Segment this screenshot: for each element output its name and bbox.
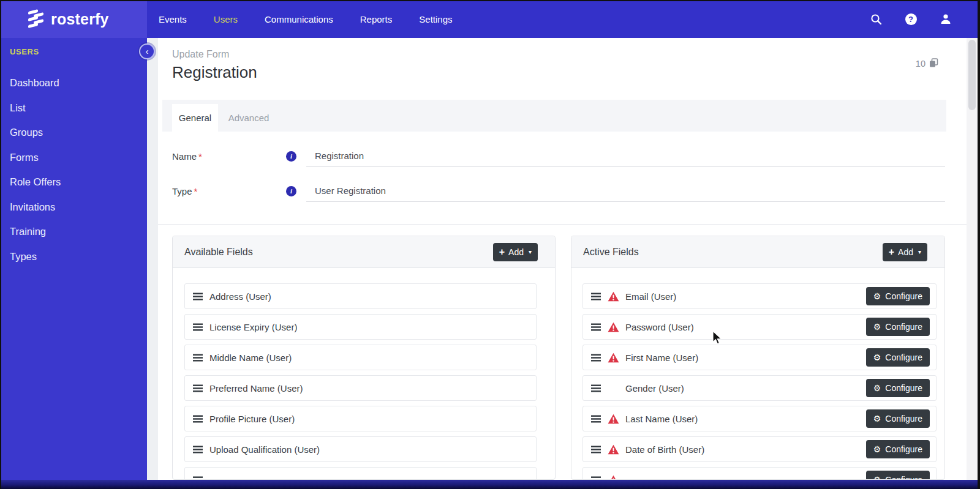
field-item-label: License Expiry (User) bbox=[209, 322, 297, 332]
drag-handle-icon[interactable] bbox=[193, 415, 203, 423]
active-field-item[interactable]: First Name (User) ⚙ Configure bbox=[582, 345, 937, 370]
sidebar: USERS Dashboard List Groups Forms Role O… bbox=[0, 38, 147, 480]
available-field-item[interactable]: License Expiry (User) bbox=[184, 314, 537, 340]
available-field-item[interactable]: Upload Qualification (User) bbox=[184, 436, 537, 462]
warning-icon bbox=[608, 353, 619, 363]
active-field-item[interactable]: Email (User) ⚙ Configure bbox=[582, 283, 937, 309]
bottom-window-bar bbox=[0, 480, 980, 489]
main-content: Update Form Registration 10 General Adva… bbox=[158, 38, 967, 480]
brand-logo[interactable]: rosterfy bbox=[0, 0, 147, 38]
active-field-item[interactable]: ⚙ Configure bbox=[582, 467, 937, 480]
drag-handle-icon[interactable] bbox=[591, 384, 601, 392]
drag-handle-icon[interactable] bbox=[193, 354, 203, 362]
form-section: Name* i Registration Type* i User Regist… bbox=[158, 132, 967, 225]
active-fields-panel: Active Fields + Add ▾ bbox=[571, 236, 945, 480]
sidebar-item[interactable]: List bbox=[0, 95, 147, 121]
available-field-item[interactable]: Profile Picture (User) bbox=[184, 406, 537, 431]
configure-button[interactable]: ⚙ Configure bbox=[866, 471, 930, 480]
available-field-item[interactable]: Middle Name (User) bbox=[184, 345, 537, 370]
field-item-label: Gender (User) bbox=[625, 383, 684, 394]
gear-icon: ⚙ bbox=[873, 476, 881, 480]
active-field-item[interactable]: Last Name (User) ⚙ Configure bbox=[582, 406, 937, 431]
field-item-label: Preferred Name (User) bbox=[209, 383, 303, 394]
active-field-item[interactable]: Date of Birth (User) ⚙ Configure bbox=[582, 436, 937, 462]
drag-handle-icon[interactable] bbox=[591, 415, 601, 423]
sidebar-item[interactable]: Dashboard bbox=[0, 70, 147, 95]
info-icon[interactable]: i bbox=[286, 186, 296, 196]
drag-handle-icon[interactable] bbox=[591, 323, 601, 331]
gear-icon: ⚙ bbox=[873, 353, 881, 362]
field-item-label: Date of Birth (User) bbox=[625, 444, 704, 455]
drag-handle-icon[interactable] bbox=[193, 323, 203, 331]
available-field-item[interactable]: Preferred Name (User) bbox=[184, 375, 537, 401]
nav-item[interactable]: Communications bbox=[265, 14, 333, 24]
configure-button[interactable]: ⚙ Configure bbox=[866, 440, 930, 458]
active-field-item[interactable]: Password (User) ⚙ Configure bbox=[582, 314, 937, 340]
drag-handle-icon[interactable] bbox=[193, 384, 203, 392]
configure-button[interactable]: ⚙ Configure bbox=[866, 409, 930, 428]
warning-icon bbox=[608, 444, 619, 455]
page-header: Update Form Registration 10 bbox=[158, 38, 967, 100]
caret-down-icon: ▾ bbox=[918, 248, 921, 255]
active-field-item[interactable]: Gender (User) ⚙ Configure bbox=[582, 375, 937, 401]
warning-icon bbox=[608, 322, 619, 332]
nav-item[interactable]: Reports bbox=[360, 14, 393, 24]
configure-button[interactable]: ⚙ Configure bbox=[866, 287, 930, 305]
top-bar: rosterfy Events Users Communications Rep… bbox=[0, 0, 980, 38]
drag-handle-icon[interactable] bbox=[193, 293, 203, 300]
user-icon[interactable] bbox=[940, 13, 952, 25]
nav-item[interactable]: Events bbox=[159, 14, 187, 24]
text-input[interactable]: User Registration bbox=[306, 180, 945, 202]
configure-button[interactable]: ⚙ Configure bbox=[866, 348, 930, 367]
app-window: rosterfy Events Users Communications Rep… bbox=[0, 0, 980, 489]
panel-title: Active Fields bbox=[583, 247, 639, 258]
top-bar-icons: ? bbox=[870, 0, 980, 38]
search-icon[interactable] bbox=[870, 13, 882, 25]
gear-icon: ⚙ bbox=[873, 323, 881, 331]
help-icon[interactable]: ? bbox=[905, 13, 917, 25]
configure-button[interactable]: ⚙ Configure bbox=[866, 318, 930, 336]
available-fields-panel: Available Fields + Add ▾ Addre bbox=[172, 236, 556, 480]
drag-handle-icon[interactable] bbox=[193, 446, 203, 454]
field-item-label: Email (User) bbox=[625, 291, 676, 302]
sidebar-item[interactable]: Invitations bbox=[0, 195, 147, 220]
drag-handle-icon[interactable] bbox=[591, 293, 601, 300]
tab-strip: General Advanced bbox=[162, 100, 946, 132]
nav-item[interactable]: Users bbox=[214, 14, 238, 24]
top-nav: Events Users Communications Reports Sett… bbox=[147, 0, 452, 38]
nav-item[interactable]: Settings bbox=[419, 14, 452, 24]
rosterfy-logo-icon bbox=[28, 9, 44, 29]
tab[interactable]: Advanced bbox=[227, 104, 271, 132]
field-label: Name* bbox=[172, 151, 286, 162]
gear-icon: ⚙ bbox=[873, 445, 881, 454]
gear-icon: ⚙ bbox=[873, 292, 881, 300]
drag-handle-icon[interactable] bbox=[591, 354, 601, 362]
sidebar-item[interactable]: Groups bbox=[0, 120, 147, 145]
field-item-label: Middle Name (User) bbox=[209, 353, 292, 363]
form-field-row: Name* i Registration bbox=[172, 145, 945, 167]
configure-button[interactable]: ⚙ Configure bbox=[866, 379, 930, 397]
duplicate-count[interactable]: 10 bbox=[916, 58, 938, 69]
brand-name: rosterfy bbox=[51, 10, 109, 28]
warning-icon bbox=[608, 291, 619, 302]
available-field-item[interactable] bbox=[184, 467, 537, 480]
sidebar-item[interactable]: Types bbox=[0, 244, 147, 269]
tab[interactable]: General bbox=[172, 104, 218, 132]
collapse-sidebar-button[interactable]: ‹ bbox=[139, 43, 155, 59]
text-input[interactable]: Registration bbox=[306, 145, 945, 167]
scrollbar-thumb[interactable] bbox=[968, 40, 976, 110]
info-icon[interactable]: i bbox=[286, 151, 296, 162]
sidebar-menu: Dashboard List Groups Forms Role Offers … bbox=[0, 70, 147, 269]
panel-title: Available Fields bbox=[184, 247, 253, 258]
field-item-label: Last Name (User) bbox=[625, 414, 698, 424]
drag-handle-icon[interactable] bbox=[591, 446, 601, 454]
sidebar-item[interactable]: Role Offers bbox=[0, 170, 147, 195]
add-available-field-button[interactable]: + Add ▾ bbox=[493, 243, 538, 261]
vertical-scrollbar[interactable] bbox=[967, 38, 978, 480]
field-item-label: Upload Qualification (User) bbox=[209, 444, 320, 455]
add-active-field-button[interactable]: + Add ▾ bbox=[883, 243, 927, 261]
sidebar-item[interactable]: Training bbox=[0, 219, 147, 244]
available-field-item[interactable]: Address (User) bbox=[184, 283, 537, 309]
plus-icon: + bbox=[499, 247, 505, 257]
sidebar-item[interactable]: Forms bbox=[0, 145, 147, 170]
